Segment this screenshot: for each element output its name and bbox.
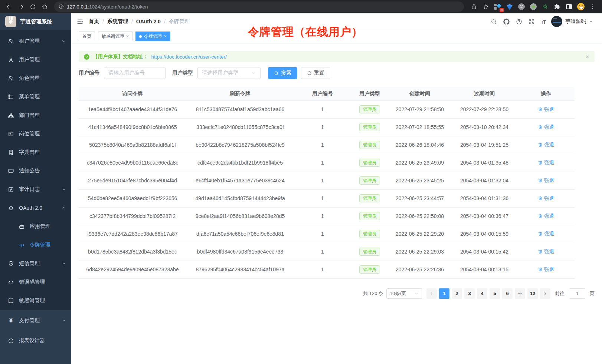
sidebar-item-敏感词管理[interactable]: 敏感词管理 — [0, 291, 71, 310]
sidebar-item-应用管理[interactable]: 应用管理 — [0, 217, 71, 236]
goto-page-input[interactable]: 1 — [569, 288, 585, 299]
user-type-select[interactable]: 请选择用户类型 — [197, 67, 261, 79]
font-size-icon[interactable]: TT — [541, 19, 546, 25]
browser-forward-button[interactable] — [16, 1, 26, 12]
sidebar-item-错误码管理[interactable]: 错误码管理 — [0, 273, 71, 291]
page-button-1[interactable]: 1 — [439, 288, 449, 299]
sidebar-item-角色管理[interactable]: 角色管理 — [0, 69, 71, 87]
expire-time-cell: 2054-03-04 01:31:36 — [451, 189, 517, 207]
breadcrumb-item[interactable]: OAuth 2.0 — [136, 19, 161, 24]
sidebar-item-令牌管理[interactable]: 令牌管理 — [0, 236, 71, 254]
sidebar-item-审计日志[interactable]: 审计日志 — [0, 180, 71, 199]
breadcrumb-separator: / — [131, 19, 133, 24]
prev-page-button[interactable] — [426, 288, 437, 299]
search-button[interactable]: 搜索 — [268, 67, 297, 79]
page-button-2[interactable]: 2 — [452, 288, 462, 299]
page-button-6[interactable]: 6 — [502, 288, 513, 299]
search-icon[interactable] — [491, 19, 497, 25]
user-id-cell: 1 — [294, 261, 351, 278]
force-logout-button[interactable]: 强退 — [538, 231, 554, 237]
user-id-input[interactable]: 请输入用户编号 — [104, 67, 166, 79]
reset-button[interactable]: 重置 — [301, 67, 330, 79]
user-avatar[interactable] — [551, 16, 562, 27]
share-icon[interactable] — [470, 3, 478, 11]
extension-command-icon[interactable]: ⌘ — [517, 3, 526, 11]
extension-star-icon[interactable] — [541, 3, 549, 11]
sidebar-item-租户管理[interactable]: 租户管理 — [0, 32, 71, 50]
org-icon — [8, 112, 14, 119]
force-logout-button[interactable]: 强退 — [538, 195, 554, 202]
sidebar-item-用户管理[interactable]: 用户管理 — [0, 50, 71, 69]
page-info-icon[interactable] — [59, 4, 64, 9]
tab-close-icon[interactable]: × — [126, 34, 129, 39]
next-page-button[interactable] — [540, 288, 550, 299]
sidebar-item-通知公告[interactable]: 通知公告 — [0, 162, 71, 180]
breadcrumb-item[interactable]: 系统管理 — [107, 18, 128, 25]
force-logout-button[interactable]: 强退 — [538, 248, 554, 255]
sidebar-item-部门管理[interactable]: 部门管理 — [0, 106, 71, 125]
browser-home-button[interactable] — [39, 1, 50, 12]
extension-record-icon[interactable] — [529, 3, 537, 11]
more-pages-button[interactable]: ••• — [515, 288, 525, 299]
extension-devtools-icon[interactable]: 9 — [494, 3, 502, 11]
sidebar-item-label: 审计日志 — [19, 186, 40, 193]
force-logout-button[interactable]: 强退 — [538, 124, 554, 130]
sidebar-item-报表设计器[interactable]: 报表设计器 — [0, 331, 71, 351]
sidebar-item-字典管理[interactable]: 字典管理 — [0, 143, 71, 162]
app-logo[interactable]: 芋道管理系统 — [0, 13, 71, 30]
expire-time-cell: 2054-03-04 19:51:25 — [451, 136, 517, 154]
sidebar-item-短信管理[interactable]: 短信管理 — [0, 254, 71, 273]
doc-alert: 【用户体系】文档地址： https://doc.iocoder.cn/user-… — [79, 51, 595, 62]
tab-label: 首页 — [82, 33, 91, 40]
sidepanel-icon[interactable] — [565, 3, 573, 11]
force-logout-button[interactable]: 强退 — [538, 142, 554, 148]
extensions-puzzle-icon[interactable] — [553, 3, 561, 11]
page-button-3[interactable]: 3 — [464, 288, 475, 299]
profile-avatar-icon[interactable] — [577, 3, 585, 11]
table-row: b0d1785bc3a8482f812db4a3f3bd15ecb0df4980… — [79, 243, 575, 261]
log-icon — [8, 186, 14, 193]
force-logout-button[interactable]: 强退 — [538, 213, 554, 219]
user-id-cell: 1 — [294, 189, 351, 207]
doc-link[interactable]: https://doc.iocoder.cn/user-center/ — [151, 54, 227, 60]
trash-icon — [538, 196, 543, 201]
sidebar-item-OAuth 2.0[interactable]: OAuth 2.0 — [0, 199, 71, 217]
help-icon[interactable] — [516, 19, 522, 25]
browser-back-button[interactable] — [4, 1, 14, 12]
force-logout-label: 强退 — [544, 124, 554, 130]
tab-close-icon[interactable]: × — [164, 34, 167, 39]
sidebar-item-岗位管理[interactable]: 岗位管理 — [0, 125, 71, 143]
sidebar-item-支付管理[interactable]: ¥支付管理 — [0, 311, 71, 331]
tag-tab-敏感词管理[interactable]: 敏感词管理× — [98, 32, 132, 41]
users-icon — [8, 75, 14, 82]
search-icon — [274, 71, 279, 76]
page-size-select[interactable]: 10条/页 — [386, 288, 422, 299]
alert-close-icon[interactable]: ✕ — [585, 54, 589, 60]
force-logout-button[interactable]: 强退 — [538, 266, 554, 273]
access-token-cell: 502375b8040a469a9b82188afdf6af1f — [79, 136, 186, 154]
collapse-sidebar-icon[interactable] — [76, 18, 84, 25]
bookmark-star-icon[interactable] — [482, 3, 490, 11]
fullscreen-icon[interactable] — [529, 19, 535, 25]
trash-icon — [538, 267, 543, 272]
filter-bar: 用户编号 请输入用户编号 用户类型 请选择用户类型 搜索 重置 — [79, 67, 595, 79]
tag-tab-首页[interactable]: 首页 — [79, 32, 95, 41]
browser-reload-button[interactable] — [27, 1, 38, 12]
github-icon[interactable] — [503, 19, 510, 25]
sidebar-item-菜单管理[interactable]: 菜单管理 — [0, 87, 71, 106]
action-cell: 强退 — [517, 154, 575, 172]
tag-tab-令牌管理[interactable]: 令牌管理× — [135, 32, 170, 41]
breadcrumb-item[interactable]: 首页 — [89, 18, 99, 25]
force-logout-button[interactable]: 强退 — [538, 159, 554, 166]
page-button-5[interactable]: 5 — [490, 288, 500, 299]
browser-menu-icon[interactable]: ⋮ — [589, 3, 597, 11]
force-logout-button[interactable]: 强退 — [538, 106, 554, 113]
page-button-12[interactable]: 12 — [527, 288, 538, 299]
page-button-4[interactable]: 4 — [477, 288, 487, 299]
address-bar[interactable]: 127.0.0.1:1024/system/oauth2/token — [54, 1, 464, 12]
user-menu-caret-icon[interactable] — [589, 20, 593, 24]
extension-gem-icon[interactable] — [506, 3, 514, 11]
force-logout-button[interactable]: 强退 — [538, 177, 554, 184]
created-time-cell: 2022-06-26 18:04:46 — [388, 136, 451, 154]
sidebar-item-label: 菜单管理 — [19, 93, 40, 100]
